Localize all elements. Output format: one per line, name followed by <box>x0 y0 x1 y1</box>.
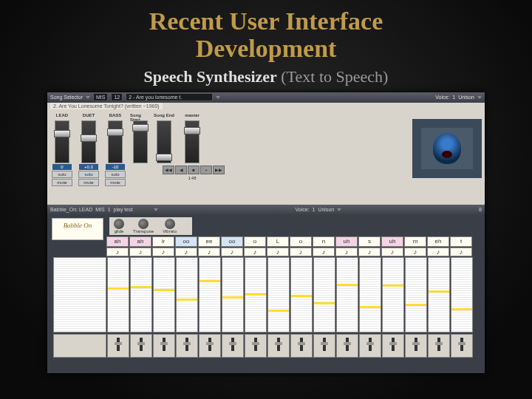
mixer-fader[interactable] <box>81 120 96 163</box>
note-cell[interactable]: ♪ <box>358 248 381 256</box>
note-cell[interactable]: ♪ <box>152 248 174 256</box>
piano-step[interactable] <box>199 257 221 332</box>
dropdown-icon[interactable] <box>86 96 90 99</box>
param-knob[interactable]: Vibrato <box>163 219 177 233</box>
phoneme-cell[interactable]: uh <box>381 236 403 247</box>
note-cell[interactable]: ♪ <box>381 248 403 256</box>
piano-step[interactable] <box>428 257 450 332</box>
phoneme-cell[interactable]: s <box>358 236 381 247</box>
param-knob[interactable]: Transpose <box>133 219 154 233</box>
piano-key-column[interactable] <box>53 257 106 332</box>
mixer-value[interactable]: +0.3 <box>79 164 98 170</box>
piano-step[interactable] <box>405 257 427 332</box>
mid-num[interactable]: 1 <box>108 207 111 212</box>
piano-step[interactable] <box>313 257 335 332</box>
song-box[interactable]: 2 - Are you lonesome t. <box>126 93 213 101</box>
mis-box[interactable]: MIS <box>93 93 108 101</box>
step-slider[interactable] <box>405 334 427 358</box>
piano-step[interactable] <box>176 257 198 332</box>
phoneme-cell[interactable]: L <box>267 236 289 247</box>
phoneme-cell[interactable]: ah <box>129 236 151 247</box>
transport-button[interactable]: ◀ <box>175 166 187 174</box>
mixer-fader[interactable] <box>108 120 123 163</box>
step-slider[interactable] <box>336 334 358 358</box>
step-slider[interactable] <box>199 334 221 358</box>
note-cell[interactable]: ♪ <box>404 248 426 256</box>
phoneme-cell[interactable]: o <box>290 236 312 247</box>
songend-fader[interactable] <box>157 120 171 163</box>
step-slider[interactable] <box>382 334 404 358</box>
mixer-value[interactable]: 0 <box>52 164 72 170</box>
piano-step[interactable] <box>290 257 313 332</box>
dropdown-icon[interactable] <box>154 208 158 211</box>
note-cell[interactable]: ♪ <box>290 248 312 256</box>
mute-button[interactable]: mute <box>78 179 99 186</box>
phoneme-cell[interactable]: oo <box>221 236 243 247</box>
mute-button[interactable]: mute <box>105 179 126 186</box>
step-slider[interactable] <box>267 334 290 358</box>
transport-button[interactable]: ◀◀ <box>163 166 174 174</box>
piano-step[interactable] <box>382 257 404 332</box>
dropdown-icon[interactable] <box>337 208 341 211</box>
step-slider[interactable] <box>428 334 450 358</box>
step-slider[interactable] <box>107 334 129 358</box>
piano-step[interactable] <box>336 257 358 332</box>
step-slider[interactable] <box>222 334 244 358</box>
transport-button[interactable]: ■ <box>188 166 200 174</box>
phoneme-cell[interactable]: ee <box>198 236 220 247</box>
step-slider[interactable] <box>245 334 267 358</box>
voice-num[interactable]: 1 <box>452 95 455 100</box>
piano-step[interactable] <box>359 257 381 332</box>
step-slider[interactable] <box>451 334 473 358</box>
note-cell[interactable]: ♪ <box>267 248 289 256</box>
mute-button[interactable]: mute <box>52 179 72 186</box>
piano-step[interactable] <box>267 257 290 332</box>
num-box[interactable]: 12 <box>111 93 123 101</box>
solo-button[interactable]: solo <box>105 171 126 178</box>
phoneme-cell[interactable]: uh <box>335 236 358 247</box>
note-cell[interactable]: ♪ <box>313 248 335 256</box>
step-slider[interactable] <box>176 334 198 358</box>
phoneme-cell[interactable]: o <box>244 236 266 247</box>
piano-step[interactable] <box>451 257 473 332</box>
note-cell[interactable]: ♪ <box>198 248 220 256</box>
note-cell[interactable]: ♪ <box>450 248 472 256</box>
step-slider[interactable] <box>130 334 152 358</box>
phoneme-cell[interactable]: ah <box>106 236 129 247</box>
mid-voice[interactable]: 1 <box>313 207 316 212</box>
mid-mis[interactable]: MIS <box>95 207 104 212</box>
phoneme-cell[interactable]: eh <box>427 236 449 247</box>
unison-label[interactable]: Unison <box>458 95 474 100</box>
mid-song[interactable]: play test <box>114 207 151 212</box>
solo-button[interactable]: solo <box>52 171 72 178</box>
note-cell[interactable]: ♪ <box>106 248 129 256</box>
mid-right[interactable]: 8 <box>479 207 482 212</box>
piano-step[interactable] <box>107 257 129 332</box>
dropdown-icon[interactable] <box>216 96 220 99</box>
step-slider[interactable] <box>290 334 313 358</box>
note-cell[interactable]: ♪ <box>175 248 197 256</box>
phoneme-cell[interactable]: oo <box>175 236 197 247</box>
phoneme-cell[interactable]: m <box>404 236 426 247</box>
phoneme-cell[interactable]: ir <box>152 236 174 247</box>
piano-step[interactable] <box>130 257 152 332</box>
dropdown-icon[interactable] <box>477 96 482 99</box>
param-knob[interactable]: glide <box>114 219 124 233</box>
piano-step[interactable] <box>222 257 244 332</box>
solo-button[interactable]: solo <box>78 171 99 178</box>
note-cell[interactable]: ♪ <box>244 248 266 256</box>
mid-unison[interactable]: Unison <box>318 207 334 212</box>
mixer-value[interactable]: -10 <box>106 164 125 170</box>
playing-box[interactable]: 1 <box>188 176 190 180</box>
piano-step[interactable] <box>153 257 175 332</box>
master-fader[interactable] <box>185 120 200 163</box>
note-cell[interactable]: ♪ <box>427 248 449 256</box>
phoneme-cell[interactable]: t <box>450 236 472 247</box>
songstart-fader[interactable] <box>133 120 148 163</box>
barlen-box[interactable]: 48 <box>191 176 197 180</box>
step-slider[interactable] <box>359 334 381 358</box>
note-cell[interactable]: ♪ <box>221 248 243 256</box>
note-cell[interactable]: ♪ <box>335 248 358 256</box>
step-slider[interactable] <box>153 334 175 358</box>
phoneme-cell[interactable]: n <box>313 236 335 247</box>
